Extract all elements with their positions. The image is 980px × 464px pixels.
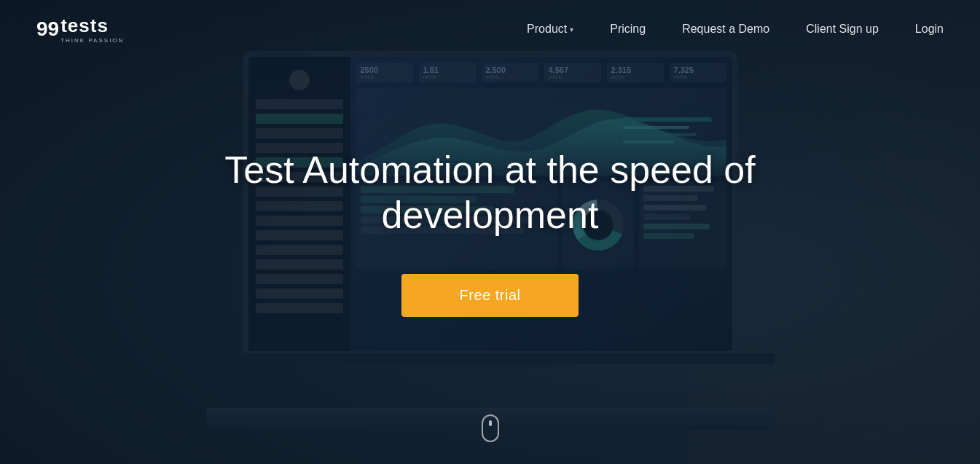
scroll-dot — [489, 420, 492, 426]
hero-title: Test Automation at the speed of developm… — [162, 147, 818, 238]
logo-text: tests THINK PASSION — [60, 15, 124, 44]
scroll-indicator — [482, 414, 499, 442]
nav-pricing[interactable]: Pricing — [610, 23, 646, 36]
hero-section: 2500 metric 1,51 metric 2,500 metric 4 — [0, 0, 980, 464]
nav-login[interactable]: Login — [915, 23, 944, 36]
nav-signup[interactable]: Client Sign up — [806, 23, 879, 36]
navbar: 99 tests THINK PASSION Product ▾ Pricing… — [0, 0, 980, 58]
nav-demo[interactable]: Request a Demo — [682, 23, 769, 36]
logo-icon: 99 — [36, 19, 59, 39]
scroll-mouse-icon — [482, 414, 499, 442]
logo-tagline: THINK PASSION — [60, 37, 124, 44]
chevron-down-icon: ▾ — [570, 25, 573, 34]
nav-product[interactable]: Product ▾ — [527, 23, 573, 36]
nav-links: Product ▾ Pricing Request a Demo Client … — [527, 23, 944, 36]
logo[interactable]: 99 tests THINK PASSION — [36, 15, 124, 44]
logo-name: tests — [60, 15, 109, 36]
free-trial-button[interactable]: Free trial — [401, 274, 579, 317]
logo-number: 99 — [36, 19, 59, 39]
hero-content: Test Automation at the speed of developm… — [162, 147, 818, 318]
